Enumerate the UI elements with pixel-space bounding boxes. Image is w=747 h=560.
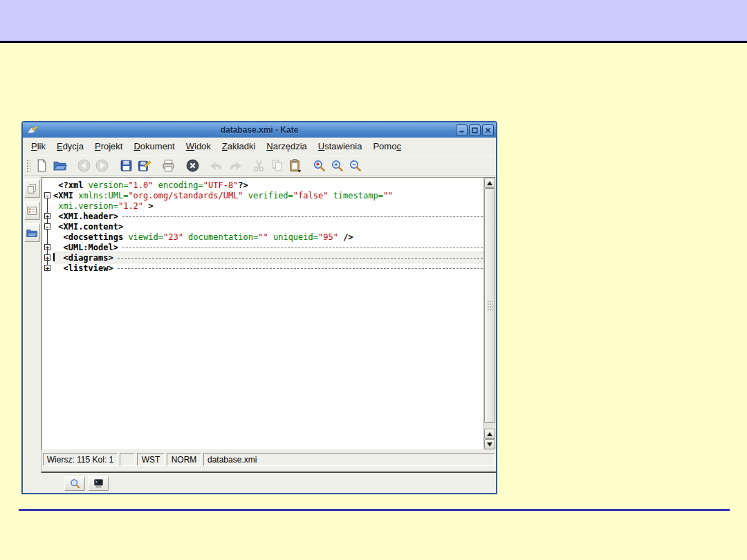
code-token: "23" <box>163 232 183 242</box>
code-area[interactable]: <?xml version="1.0" encoding="UTF-8"?> <… <box>53 178 483 449</box>
code-token <box>53 263 63 273</box>
sidebar-tab-filesystem-browser[interactable] <box>24 223 40 242</box>
fold-toggle-expand[interactable]: + <box>44 244 50 250</box>
code-token: <?xml <box>58 180 83 190</box>
text-cursor <box>53 253 55 261</box>
zoom-out-button[interactable] <box>346 157 364 175</box>
code-token: "UTF-8" <box>203 180 239 190</box>
scroll-up-button-bottom[interactable] <box>484 429 495 439</box>
code-token <box>53 253 63 263</box>
editor-scrollbar[interactable] <box>483 178 495 449</box>
close-button[interactable] <box>482 124 494 136</box>
scroll-up-button[interactable] <box>484 178 495 188</box>
code-line-2: <XMI xmlns:UML="org.omg/standards/UML" v… <box>53 190 483 200</box>
kate-logo-icon <box>26 124 37 136</box>
scroll-down-button[interactable] <box>484 439 495 449</box>
toolbar-grip[interactable] <box>26 159 30 173</box>
new-document-button[interactable] <box>33 157 50 175</box>
fold-toggle-expand[interactable]: + <box>44 254 50 261</box>
go-forward-button[interactable] <box>93 157 111 175</box>
go-back-button[interactable] <box>75 157 93 175</box>
status-insert-mode: WST <box>137 453 165 466</box>
bottom-sidebar <box>23 474 496 493</box>
menubar: Plik Edycja Projekt Dokument Widok Zakła… <box>23 138 496 156</box>
save-as-icon <box>137 158 151 173</box>
menu-projekt[interactable]: Projekt <box>89 138 128 155</box>
redo-icon <box>228 158 242 173</box>
left-sidebar <box>23 176 42 474</box>
back-icon <box>77 158 91 173</box>
redo-button[interactable] <box>225 157 243 175</box>
arrow-down-icon <box>487 442 492 447</box>
cut-button[interactable] <box>250 157 268 175</box>
menu-zakladki[interactable]: Zakładki <box>216 138 261 155</box>
code-token: "95" <box>318 232 338 242</box>
code-token: <UML:Model> <box>63 243 118 252</box>
undo-icon <box>210 158 224 173</box>
open-document-button[interactable] <box>50 157 68 175</box>
close-document-button[interactable] <box>183 157 201 175</box>
find-button[interactable] <box>310 157 328 175</box>
folding-margin: - + - + + + <box>42 178 53 449</box>
paste-button[interactable] <box>286 157 304 175</box>
menu-ustawienia[interactable]: Ustawienia <box>313 138 368 155</box>
code-token: "" <box>383 191 393 200</box>
code-token: <XMI.content> <box>58 222 123 232</box>
collapsed-fold-indicator <box>122 248 483 248</box>
menu-dokument[interactable]: Dokument <box>128 138 180 155</box>
collapsed-fold-indicator <box>122 216 483 217</box>
status-modified <box>120 453 135 466</box>
save-button[interactable] <box>117 157 135 175</box>
menu-pomoc[interactable]: Pomoc <box>367 138 406 155</box>
code-line-1: <?xml version="1.0" encoding="UTF-8"?> <box>53 180 483 190</box>
code-line-3: xmi.version="1.2" > <box>53 200 483 211</box>
paste-icon <box>288 158 302 173</box>
menu-widok[interactable]: Widok <box>181 138 216 155</box>
zoom-in-icon <box>330 158 344 173</box>
code-token: documentation= <box>188 232 258 242</box>
bottom-tab-terminal[interactable] <box>88 476 109 491</box>
menu-narzedzia[interactable]: Narzędzia <box>261 138 313 155</box>
bottom-tab-find-in-files[interactable] <box>64 476 85 491</box>
fold-toggle-expand[interactable]: + <box>44 265 50 271</box>
sidebar-tab-documents[interactable] <box>24 179 40 198</box>
find-icon <box>312 158 326 173</box>
code-token: <XMI <box>53 191 73 200</box>
code-token <box>53 232 63 242</box>
code-token: "" <box>258 232 268 242</box>
code-token <box>83 180 88 190</box>
bottom-splitter[interactable] <box>42 472 496 473</box>
scrollbar-thumb[interactable] <box>484 188 495 423</box>
code-line-7: <UML:Model> <box>53 242 483 252</box>
toolbar <box>23 156 496 176</box>
arrow-up-icon <box>487 181 492 185</box>
code-token <box>154 180 158 190</box>
code-token: "1.2" <box>118 201 143 211</box>
fold-toggle-collapse[interactable]: - <box>44 223 50 230</box>
status-line-col: Wiersz: 115 Kol: 1 <box>43 453 118 466</box>
code-line-5: <XMI.content> <box>53 221 483 232</box>
menu-edycja[interactable]: Edycja <box>51 138 89 155</box>
sidebar-tab-file-list[interactable] <box>24 201 40 220</box>
collapsed-fold-indicator <box>118 268 483 269</box>
titlebar[interactable]: database.xmi - Kate <box>23 122 496 138</box>
code-line-9: <listview> <box>53 263 483 273</box>
terminal-icon <box>93 478 104 489</box>
print-button[interactable] <box>159 157 177 175</box>
fold-toggle-collapse[interactable]: - <box>44 192 50 198</box>
maximize-button[interactable] <box>469 124 481 136</box>
code-token: /> <box>343 232 353 242</box>
zoom-in-button[interactable] <box>328 157 346 175</box>
editor-view[interactable]: - + - + + + <?xml version="1.0" encoding… <box>42 177 496 450</box>
status-edit-mode: NORM <box>167 453 201 466</box>
fold-toggle-expand[interactable]: + <box>44 213 50 219</box>
undo-button[interactable] <box>208 157 225 175</box>
menu-plik[interactable]: Plik <box>26 138 51 155</box>
collapsed-fold-indicator <box>118 258 483 259</box>
code-token: > <box>148 201 153 211</box>
code-token: <docsettings <box>63 232 123 242</box>
code-line-4: <XMI.header> <box>53 211 483 221</box>
save-as-button[interactable] <box>135 157 153 175</box>
minimize-button[interactable] <box>456 124 468 136</box>
copy-button[interactable] <box>268 157 286 175</box>
